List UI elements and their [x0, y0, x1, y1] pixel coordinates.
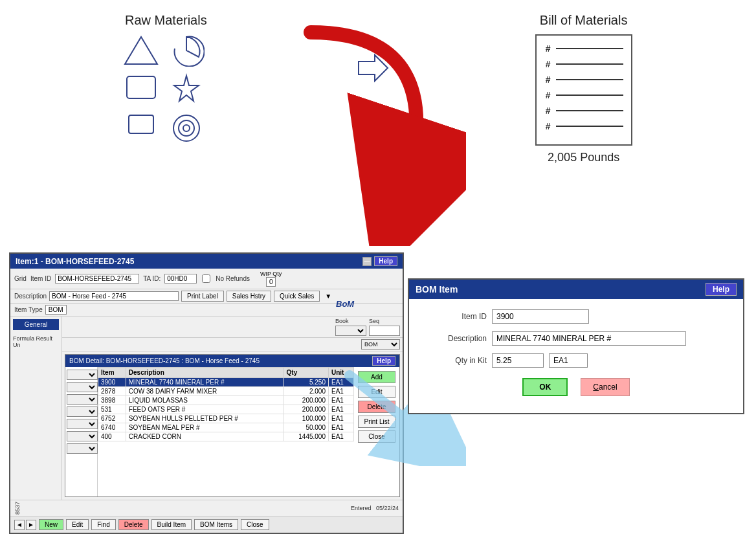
bom-side-select-7[interactable]	[67, 443, 98, 454]
bom-item-body: Item ID Description Qty in Kit OK Cancel	[409, 299, 743, 413]
seq-input[interactable]	[369, 326, 400, 336]
bom-side-select-4[interactable]	[67, 406, 98, 417]
expand-icon[interactable]: ▼	[325, 293, 331, 300]
bom-item-help-btn[interactable]: Help	[706, 283, 737, 296]
cell-item: 400	[98, 432, 126, 441]
close-bom-btn[interactable]: Close	[358, 430, 395, 443]
no-refunds-checkbox[interactable]	[202, 274, 210, 283]
raw-materials-section: Raw Materials	[124, 13, 208, 144]
edit-footer-btn[interactable]: Edit	[66, 519, 89, 530]
pounds-label: 2,005 Pounds	[535, 151, 632, 164]
table-row[interactable]: 6740 SOYBEAN MEAL PER # 50.000 EA1	[98, 423, 354, 432]
wip-qty-label: WIP Qty	[260, 271, 282, 277]
new-btn[interactable]: New	[39, 519, 63, 530]
svg-point-4	[173, 115, 199, 141]
desc-field-label: Description	[422, 334, 487, 343]
cell-qty: 1445.000	[284, 432, 328, 441]
bom-items-btn[interactable]: BOM Items	[194, 519, 238, 530]
print-list-btn[interactable]: Print List	[358, 416, 395, 428]
right-arrow	[352, 13, 391, 84]
bom-side-select-1[interactable]	[67, 370, 98, 380]
illustration-area: Raw Materials	[0, 0, 756, 171]
small-rect-shape	[124, 112, 159, 138]
table-row[interactable]: 2878 COW 38 DAIRY FARM MIXER 2.000 EA1	[98, 387, 354, 396]
build-item-btn[interactable]: Build Item	[151, 519, 192, 530]
table-row[interactable]: 3898 LIQUID MOLASSAS 200.000 EA1	[98, 396, 354, 405]
cell-description: FEED OATS PER #	[126, 405, 284, 414]
book-select[interactable]	[335, 326, 366, 336]
side-fields-row: Book Seq	[62, 317, 403, 338]
edit-bom-btn[interactable]: Edit	[358, 386, 395, 398]
add-btn[interactable]: Add	[358, 371, 395, 383]
bom-side-select-3[interactable]	[67, 394, 98, 405]
item-type-label: Item Type	[14, 306, 43, 313]
bottom-bar: 8537 Entered 05/22/24	[10, 500, 403, 516]
col-description: Description	[126, 368, 284, 378]
cell-qty: 50.000	[284, 423, 328, 432]
svg-point-6	[183, 125, 190, 131]
minimize-btn[interactable]: —	[362, 257, 372, 266]
bom-dropdown[interactable]: BOM	[361, 339, 400, 350]
cell-description: SOYBEAN HULLS PELLETED PER #	[126, 414, 284, 423]
table-row[interactable]: 6752 SOYBEAN HULLS PELLETED PER # 100.00…	[98, 414, 354, 423]
sales-hstry-btn[interactable]: Sales Hstry	[227, 291, 271, 302]
cell-item: 3898	[98, 396, 126, 405]
bom-document: # # # # # #	[535, 34, 632, 146]
ok-btn[interactable]: OK	[522, 378, 568, 396]
bom-side-select-6[interactable]	[67, 431, 98, 441]
cell-qty: 5.250	[284, 378, 328, 387]
svg-marker-0	[125, 37, 157, 64]
find-btn[interactable]: Find	[91, 519, 115, 530]
cell-qty: 200.000	[284, 396, 328, 405]
bom-detail-help-btn[interactable]: Help	[372, 356, 395, 366]
seq-label: Seq	[369, 318, 400, 324]
svg-marker-7	[359, 55, 388, 81]
nav-right-btn[interactable]: ►	[26, 520, 36, 530]
print-label-btn[interactable]: Print Label	[181, 291, 224, 302]
titlebar-right: — Help	[362, 256, 397, 266]
wip-qty-value: 0	[266, 277, 276, 287]
cell-description: SOYBEAN MEAL PER #	[126, 423, 284, 432]
col-qty: Qty	[284, 368, 328, 378]
bom-side-select-2[interactable]	[67, 382, 98, 392]
cancel-btn[interactable]: Cancel	[581, 378, 629, 396]
ea-input[interactable]	[549, 353, 588, 368]
bom-dropdown-row: BOM	[62, 338, 403, 351]
main-window: Item:1 - BOM-HORSEFEED-2745 — Help Grid …	[9, 252, 404, 534]
arrow-right-icon	[352, 52, 391, 84]
cell-description: LIQUID MOLASSAS	[126, 396, 284, 405]
cell-qty: 200.000	[284, 405, 328, 414]
wip-section: WIP Qty 0	[260, 271, 282, 287]
pie-shape	[169, 34, 205, 67]
svg-rect-1	[127, 76, 155, 98]
desc-field[interactable]	[492, 331, 686, 346]
description-input[interactable]	[49, 291, 179, 301]
table-row[interactable]: 400 CRACKED CORN 1445.000 EA1	[98, 432, 354, 441]
cell-item: 6740	[98, 423, 126, 432]
circle-shape	[169, 112, 205, 144]
delete-bom-btn[interactable]: Delete	[358, 401, 395, 413]
ta-id-input[interactable]	[164, 274, 197, 284]
item-id-input[interactable]	[55, 274, 139, 284]
bom-detail-titlebar: BOM Detail: BOM-HORSEFEED-2745 : BOM - H…	[65, 355, 399, 367]
cell-unit: EA1	[329, 387, 354, 396]
close-footer-btn[interactable]: Close	[241, 519, 269, 530]
table-row[interactable]: 531 FEED OATS PER # 200.000 EA1	[98, 405, 354, 414]
svg-rect-3	[129, 115, 153, 133]
bom-side-select-5[interactable]	[67, 419, 98, 429]
star-shape	[169, 73, 205, 106]
rectangle-shape	[124, 73, 159, 102]
grid-label: Grid	[14, 275, 27, 282]
qty-input[interactable]	[492, 353, 544, 368]
item-id-field[interactable]	[492, 309, 589, 324]
cell-qty: 2.000	[284, 387, 328, 396]
main-help-button[interactable]: Help	[374, 256, 397, 266]
nav-left-btn[interactable]: ◄	[14, 520, 25, 530]
general-tab[interactable]: General	[13, 319, 59, 330]
qty-label: Qty in Kit	[422, 356, 487, 365]
qty-row: Qty in Kit	[422, 353, 730, 368]
entered-value: 05/22/24	[376, 505, 399, 511]
table-row[interactable]: 3900 MINERAL 7740 MINERAL PER # 5.250 EA…	[98, 378, 354, 387]
quick-sales-btn[interactable]: Quick Sales	[274, 291, 320, 302]
delete-footer-btn[interactable]: Delete	[118, 519, 149, 530]
